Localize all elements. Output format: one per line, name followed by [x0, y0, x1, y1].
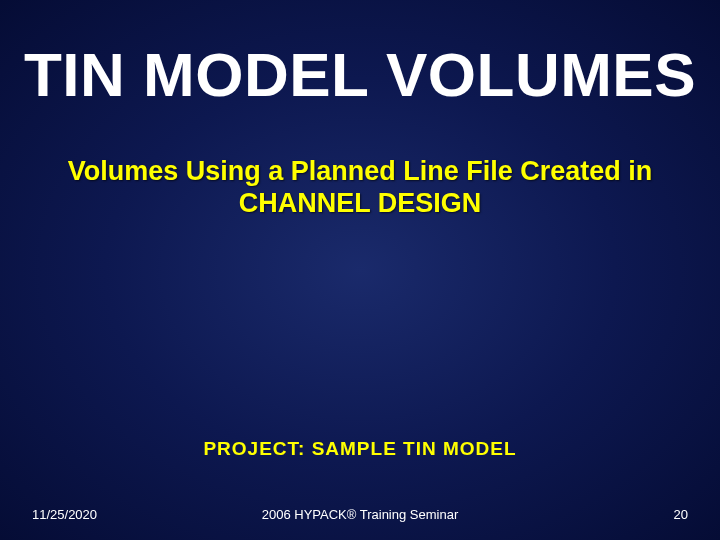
- footer-page-number: 20: [674, 507, 688, 522]
- footer-center-text: 2006 HYPACK® Training Seminar: [262, 507, 459, 522]
- slide-subtitle: Volumes Using a Planned Line File Create…: [0, 155, 720, 220]
- slide-footer: 11/25/2020 2006 HYPACK® Training Seminar…: [0, 507, 720, 522]
- footer-date: 11/25/2020: [32, 507, 97, 522]
- slide-title: TIN MODEL VOLUMES: [24, 42, 696, 107]
- slide: TIN MODEL VOLUMES Volumes Using a Planne…: [0, 0, 720, 540]
- project-label: PROJECT: SAMPLE TIN MODEL: [0, 438, 720, 460]
